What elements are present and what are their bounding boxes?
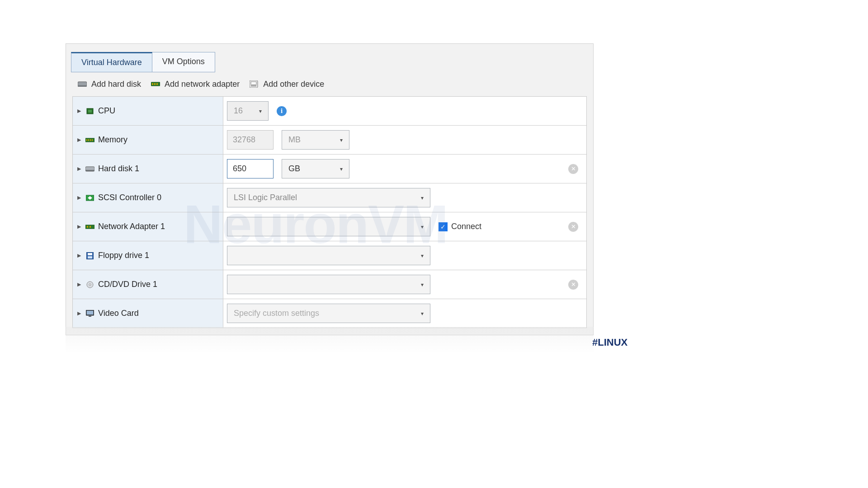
svg-rect-23: [88, 253, 92, 255]
hard-disk-icon: [85, 165, 94, 173]
row-network: ▶ Network Adapter 1 ▾ ✓ Connect ✕: [73, 212, 586, 241]
chevron-down-icon: ▾: [421, 224, 424, 230]
scsi-type-select[interactable]: LSI Logic Parallel ▾: [227, 188, 430, 207]
chevron-down-icon: ▾: [421, 282, 424, 288]
row-cpu-label-cell[interactable]: ▶ CPU: [73, 97, 223, 125]
chevron-right-icon: ▶: [77, 253, 82, 258]
hard-disk-size-input[interactable]: [227, 159, 274, 178]
row-video-label-cell[interactable]: ▶ Video Card: [73, 299, 223, 328]
remove-cddvd-button[interactable]: ✕: [568, 280, 578, 290]
row-cddvd: ▶ CD/DVD Drive 1 ▾ ✕: [73, 270, 586, 299]
row-hard-disk-controls: GB ▾ ✕: [223, 155, 586, 183]
network-connect-checkbox[interactable]: ✓ Connect: [439, 222, 481, 231]
floppy-select[interactable]: ▾: [227, 246, 430, 265]
svg-rect-29: [89, 316, 91, 317]
row-scsi-controls: LSI Logic Parallel ▾: [223, 183, 586, 212]
svg-rect-14: [90, 139, 91, 141]
memory-unit-select[interactable]: MB ▾: [282, 130, 349, 150]
cpu-count-value: 16: [234, 106, 243, 116]
row-network-label-cell[interactable]: ▶ Network Adapter 1: [73, 212, 223, 241]
toolbar: Add hard disk Add network adapter Add ot…: [66, 72, 593, 96]
video-placeholder: Specify custom settings: [234, 309, 319, 318]
row-scsi-label-cell[interactable]: ▶ SCSI Controller 0: [73, 183, 223, 212]
cddvd-select[interactable]: ▾: [227, 275, 430, 294]
row-cddvd-controls: ▾ ✕: [223, 270, 586, 299]
svg-rect-20: [87, 226, 88, 228]
add-hard-disk-button[interactable]: Add hard disk: [78, 80, 141, 89]
add-other-device-label: Add other device: [263, 80, 324, 89]
add-other-device-button[interactable]: Add other device: [250, 80, 324, 89]
svg-rect-3: [152, 83, 153, 85]
panel-reflection: [66, 327, 594, 354]
network-adapter-icon: [151, 80, 161, 89]
remove-network-button[interactable]: ✕: [568, 222, 578, 232]
info-icon[interactable]: i: [277, 106, 287, 116]
chevron-right-icon: ▶: [77, 224, 82, 230]
chevron-down-icon: ▾: [259, 108, 262, 114]
svg-rect-8: [251, 85, 256, 86]
row-memory-label-cell[interactable]: ▶ Memory: [73, 126, 223, 154]
chevron-down-icon: ▾: [421, 195, 424, 201]
svg-rect-4: [154, 83, 156, 85]
remove-hard-disk-button[interactable]: ✕: [568, 164, 578, 174]
svg-rect-10: [88, 110, 92, 113]
svg-rect-7: [251, 82, 256, 84]
chevron-right-icon: ▶: [77, 166, 82, 172]
row-cpu-controls: 16 ▾ i: [223, 97, 586, 125]
hard-disk-unit-value: GB: [288, 164, 300, 174]
chevron-right-icon: ▶: [77, 195, 82, 201]
row-floppy-label: Floppy drive 1: [98, 251, 149, 260]
row-cpu-label: CPU: [98, 106, 115, 116]
row-cpu: ▶ CPU 16 ▾ i: [73, 97, 586, 126]
memory-size-input[interactable]: [227, 130, 274, 150]
row-floppy-label-cell[interactable]: ▶ Floppy drive 1: [73, 241, 223, 270]
hard-disk-icon: [78, 80, 88, 89]
monitor-icon: [85, 310, 94, 318]
tab-vm-options[interactable]: VM Options: [152, 52, 215, 72]
row-cddvd-label-cell[interactable]: ▶ CD/DVD Drive 1: [73, 270, 223, 299]
hashtag-label: #LINUX: [592, 337, 627, 348]
row-scsi: ▶ SCSI Controller 0 LSI Logic Parallel ▾: [73, 183, 586, 212]
chevron-down-icon: ▾: [340, 137, 343, 143]
svg-rect-5: [156, 83, 158, 85]
svg-rect-28: [87, 311, 93, 314]
row-video-controls: Specify custom settings ▾: [223, 299, 586, 328]
chevron-down-icon: ▾: [421, 253, 424, 259]
row-memory-controls: MB ▾: [223, 126, 586, 154]
memory-unit-value: MB: [288, 135, 301, 145]
other-device-icon: [250, 80, 259, 89]
row-hard-disk-label-cell[interactable]: ▶ Hard disk 1: [73, 155, 223, 183]
svg-point-26: [89, 284, 91, 286]
memory-icon: [85, 136, 94, 144]
svg-rect-13: [88, 139, 89, 141]
svg-rect-17: [85, 170, 94, 171]
hard-disk-unit-select[interactable]: GB ▾: [282, 159, 349, 178]
row-scsi-label: SCSI Controller 0: [98, 193, 161, 202]
disc-icon: [85, 281, 94, 289]
cpu-count-select[interactable]: 16 ▾: [227, 101, 269, 121]
row-video-label: Video Card: [98, 309, 139, 318]
svg-rect-15: [92, 139, 93, 141]
row-network-label: Network Adapter 1: [98, 222, 165, 231]
svg-rect-12: [86, 139, 87, 141]
row-floppy-controls: ▾: [223, 241, 586, 270]
tab-virtual-hardware[interactable]: Virtual Hardware: [71, 52, 152, 72]
svg-rect-24: [88, 256, 92, 258]
network-connect-label: Connect: [451, 222, 481, 231]
row-floppy: ▶ Floppy drive 1 ▾: [73, 241, 586, 270]
vm-settings-panel: Virtual Hardware VM Options Add hard dis…: [66, 43, 594, 335]
svg-rect-1: [78, 85, 87, 87]
tabs-bar: Virtual Hardware VM Options: [66, 44, 593, 72]
chevron-down-icon: ▾: [421, 310, 424, 317]
video-select[interactable]: Specify custom settings ▾: [227, 304, 430, 323]
chevron-right-icon: ▶: [77, 137, 82, 143]
chevron-right-icon: ▶: [77, 310, 82, 316]
add-network-adapter-button[interactable]: Add network adapter: [151, 80, 240, 89]
row-video: ▶ Video Card Specify custom settings ▾: [73, 299, 586, 328]
scsi-type-value: LSI Logic Parallel: [234, 193, 297, 202]
row-network-controls: ▾ ✓ Connect ✕: [223, 212, 586, 241]
hardware-list: ▶ CPU 16 ▾ i ▶ Memory MB: [72, 96, 587, 328]
svg-rect-21: [90, 226, 91, 228]
row-memory-label: Memory: [98, 135, 127, 145]
network-select[interactable]: ▾: [227, 217, 430, 236]
